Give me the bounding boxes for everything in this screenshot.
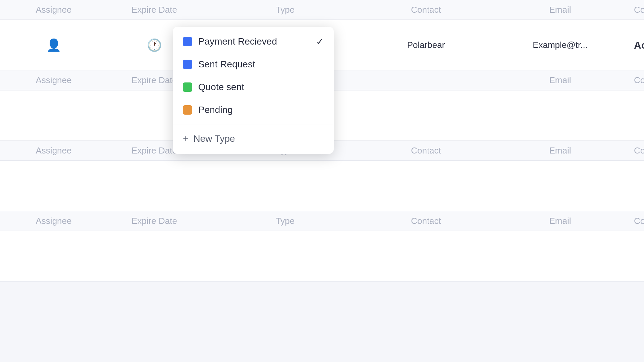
email-cell-2 [490,112,631,119]
col-header-contact: Contact [362,1,490,18]
expire-cell-3 [101,183,208,189]
col-header4-assignee: Assignee [7,213,101,230]
assignee-cell-3 [7,183,101,189]
new-type-label: New Type [194,133,235,144]
col-header2-email: Email [490,72,631,89]
expire-cell-4 [101,253,208,260]
type-cell-4 [208,253,362,260]
header-row-4: Assignee Expire Date Type Contact Email … [0,211,644,231]
dropdown-item-sent-request[interactable]: Sent Request [173,53,334,76]
email-cell-3 [490,183,631,189]
dropdown-item-quote-sent[interactable]: Quote sent [173,76,334,99]
col-header3-assignee: Assignee [7,142,101,159]
col-header-commitment: Commitment [631,1,644,18]
dropdown-item-quote-sent-label: Quote sent [198,82,244,93]
col-header-email: Email [490,1,631,18]
dropdown-new-type[interactable]: + New Type [173,127,334,150]
dropdown-item-sent-request-label: Sent Request [198,59,255,70]
col-header4-type: Type [208,213,362,230]
type-dropdown: Payment Recieved ✓ Sent Request Quote se… [173,27,334,154]
plus-icon: + [183,133,189,144]
check-icon: ✓ [316,36,324,47]
dropdown-item-pending[interactable]: Pending [173,99,334,121]
col-header3-contact: Contact [362,142,490,159]
table-container: Assignee Expire Date Type Contact Email … [0,0,644,362]
assignee-cell-2 [7,112,101,119]
payment-recieved-color-dot [183,37,192,46]
assignee-icon-cell: 👤 [7,35,101,56]
col-header3-commitment: Commitment [631,142,644,159]
clock-icon: 🕐 [147,38,162,52]
col-header-expire: Expire Date [101,1,208,18]
col-header4-contact: Contact [362,213,490,230]
contact-cell-4 [362,253,490,260]
email-cell-4 [490,253,631,260]
col-header4-expire: Expire Date [101,213,208,230]
dropdown-item-payment-recieved[interactable]: Payment Recieved ✓ [173,30,334,53]
commitment-cell-2 [631,112,637,119]
data-row-4 [0,231,644,282]
col-header-type: Type [208,1,362,18]
col-header4-email: Email [490,213,631,230]
col-header2-commitment: Commitment [631,72,644,89]
commitment-cell-3 [631,183,637,189]
type-cell-3 [208,183,362,189]
commitment-cell-4 [631,253,637,260]
pending-color-dot [183,105,192,115]
commitment-cell-1: Active [631,36,644,54]
col-header4-commitment: Commitment [631,213,644,230]
dropdown-divider [173,124,334,124]
quote-sent-color-dot [183,82,192,92]
dropdown-item-pending-label: Pending [198,105,233,115]
col-header2-assignee: Assignee [7,72,101,89]
email-cell: Example@tr... [490,37,631,54]
assignee-icon: 👤 [46,38,61,52]
col-header3-email: Email [490,142,631,159]
col-header2-contact [362,77,490,83]
data-row-3 [0,161,644,211]
dropdown-item-payment-recieved-label: Payment Recieved [198,36,277,47]
col-header-assignee: Assignee [7,1,101,18]
sent-request-color-dot [183,60,192,69]
header-row-1: Assignee Expire Date Type Contact Email … [0,0,644,20]
contact-cell-3 [362,183,490,189]
contact-cell: Polarbear [362,37,490,54]
contact-cell-2 [362,112,490,119]
assignee-cell-4 [7,253,101,260]
active-badge: Active [634,40,644,51]
